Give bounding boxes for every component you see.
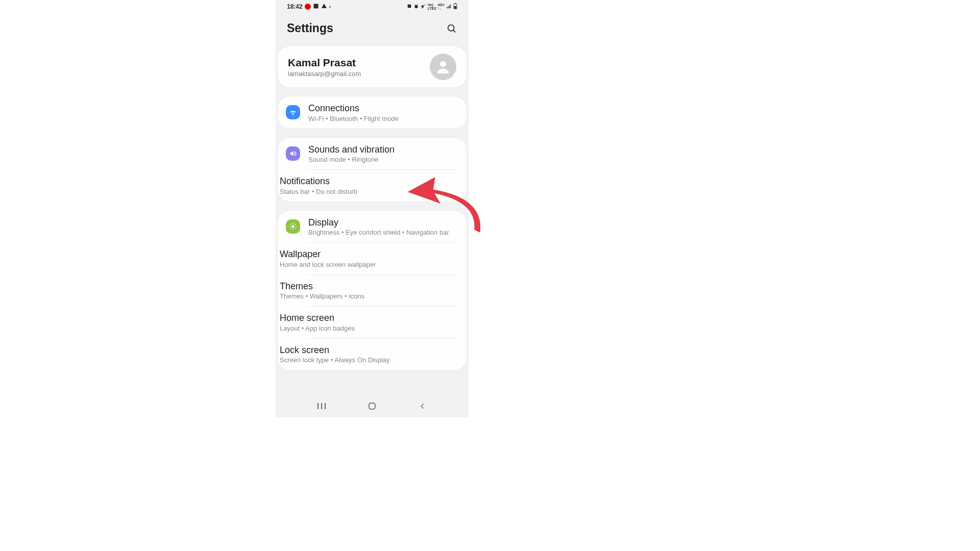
- avatar[interactable]: [430, 54, 456, 80]
- signal-icon: [446, 4, 452, 10]
- settings-item-title: Connections: [308, 103, 399, 114]
- settings-item-title: Lock screen: [280, 344, 390, 356]
- settings-item-subtitle: Screen lock type • Always On Display: [280, 356, 390, 364]
- svg-point-9: [440, 61, 446, 67]
- svg-rect-30: [369, 403, 375, 409]
- settings-item-title: Display: [308, 217, 449, 229]
- battery-icon: [453, 3, 457, 10]
- settings-item-connections[interactable]: ConnectionsWi-Fi • Bluetooth • Flight mo…: [278, 96, 467, 129]
- settings-item-text: WallpaperHome and lock screen wallpaper: [280, 248, 376, 268]
- settings-item-display[interactable]: DisplayBrightness • Eye comfort shield •…: [278, 211, 467, 243]
- svg-point-12: [291, 225, 294, 228]
- settings-item-text: Sounds and vibrationSound mode • Rington…: [308, 144, 395, 164]
- search-button[interactable]: [446, 23, 457, 34]
- svg-line-8: [453, 30, 455, 32]
- settings-item-subtitle: Sound mode • Ringtone: [308, 156, 395, 163]
- settings-item-title: Sounds and vibration: [308, 144, 395, 156]
- svg-line-18: [295, 228, 296, 229]
- svg-line-19: [290, 228, 291, 229]
- settings-item-home-screen[interactable]: Home screenLayout • App icon badges: [278, 306, 467, 338]
- settings-item-text: Lock screenScreen lock type • Always On …: [280, 344, 390, 364]
- settings-item-title: Themes: [280, 281, 364, 292]
- recents-button[interactable]: [315, 400, 328, 412]
- wifi-icon: [286, 105, 300, 119]
- navigation-bar: [276, 394, 469, 417]
- warning-icon: [321, 3, 327, 11]
- image-icon: [313, 3, 319, 11]
- lte-indicator: Vo)LTE2: [428, 3, 436, 10]
- settings-item-wallpaper[interactable]: WallpaperHome and lock screen wallpaper: [278, 242, 467, 274]
- settings-item-subtitle: Status bar • Do not disturb: [280, 188, 357, 195]
- home-button[interactable]: [366, 400, 378, 412]
- svg-rect-5: [454, 6, 457, 9]
- settings-item-subtitle: Brightness • Eye comfort shield • Naviga…: [308, 229, 449, 236]
- settings-item-text: ThemesThemes • Wallpapers • Icons: [280, 281, 364, 300]
- account-email: lamaktasarp@gmail.com: [288, 70, 361, 78]
- status-bar: 18:42 • Vo)LTE2 4G+↑↓: [276, 0, 469, 13]
- back-button[interactable]: [416, 400, 429, 412]
- svg-line-17: [290, 224, 291, 224]
- status-left: 18:42 •: [287, 3, 331, 11]
- settings-item-notifications[interactable]: NotificationsStatus bar • Do not disturb: [278, 169, 467, 202]
- nfc-icon: [407, 4, 412, 10]
- settings-list: Kamal Prasat lamaktasarp@gmail.com Conne…: [276, 46, 469, 394]
- settings-item-title: Home screen: [280, 312, 355, 324]
- account-card[interactable]: Kamal Prasat lamaktasarp@gmail.com: [278, 46, 467, 87]
- settings-item-lock-screen[interactable]: Lock screenScreen lock type • Always On …: [278, 338, 467, 370]
- settings-item-subtitle: Wi-Fi • Bluetooth • Flight mode: [308, 115, 399, 122]
- svg-line-20: [295, 224, 296, 224]
- settings-item-subtitle: Home and lock screen wallpaper: [280, 261, 376, 268]
- status-time: 18:42: [287, 3, 303, 10]
- svg-rect-6: [455, 3, 456, 4]
- network-indicator: 4G+↑↓: [438, 3, 445, 10]
- svg-point-7: [448, 24, 454, 31]
- settings-item-text: DisplayBrightness • Eye comfort shield •…: [308, 217, 449, 237]
- svg-rect-0: [313, 4, 318, 8]
- svg-rect-1: [408, 5, 411, 8]
- settings-group: ConnectionsWi-Fi • Bluetooth • Flight mo…: [278, 96, 467, 129]
- account-text: Kamal Prasat lamaktasarp@gmail.com: [288, 57, 361, 78]
- settings-group: Sounds and vibrationSound mode • Rington…: [278, 138, 467, 202]
- settings-item-title: Notifications: [280, 176, 357, 187]
- dot-icon: •: [329, 4, 331, 10]
- carrier-icon: [305, 4, 311, 10]
- alarm-icon: [413, 4, 419, 10]
- volume-icon: [286, 146, 300, 161]
- sun-icon: [286, 219, 300, 234]
- page-title: Settings: [287, 21, 333, 35]
- settings-item-sounds-vibration[interactable]: Sounds and vibrationSound mode • Rington…: [278, 138, 467, 170]
- settings-item-title: Wallpaper: [280, 248, 376, 260]
- account-name: Kamal Prasat: [288, 57, 361, 69]
- mute-icon: [421, 4, 426, 10]
- settings-item-subtitle: Themes • Wallpapers • Icons: [280, 292, 364, 300]
- header: Settings: [276, 13, 469, 46]
- settings-item-text: ConnectionsWi-Fi • Bluetooth • Flight mo…: [308, 103, 399, 122]
- svg-point-2: [414, 5, 418, 8]
- settings-item-subtitle: Layout • App icon badges: [280, 324, 355, 332]
- settings-group: DisplayBrightness • Eye comfort shield •…: [278, 211, 467, 370]
- status-right: Vo)LTE2 4G+↑↓: [407, 3, 457, 10]
- phone-frame: 18:42 • Vo)LTE2 4G+↑↓ Settings: [276, 0, 469, 417]
- settings-item-text: Home screenLayout • App icon badges: [280, 312, 355, 332]
- settings-item-text: NotificationsStatus bar • Do not disturb: [280, 176, 357, 195]
- settings-item-themes[interactable]: ThemesThemes • Wallpapers • Icons: [278, 274, 467, 307]
